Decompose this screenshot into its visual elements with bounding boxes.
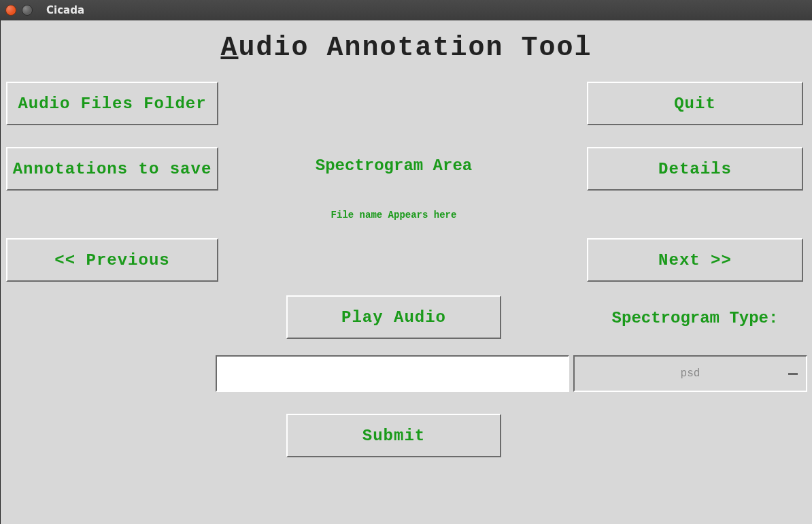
window-titlebar: Cicada (0, 0, 812, 20)
minimize-icon[interactable] (22, 5, 33, 16)
next-button[interactable]: Next >> (587, 238, 803, 282)
spectrogram-type-select[interactable]: psd (573, 355, 807, 392)
window-body: Audio Annotation Tool Audio Files Folder… (0, 20, 812, 524)
page-title: Audio Annotation Tool (1, 20, 812, 67)
window-title: Cicada (46, 4, 84, 16)
annotations-to-save-button[interactable]: Annotations to save (6, 147, 218, 191)
submit-button[interactable]: Submit (286, 414, 501, 457)
audio-files-folder-button[interactable]: Audio Files Folder (6, 82, 218, 125)
spectrogram-type-label: Spectrogram Type: (587, 309, 803, 327)
close-icon[interactable] (5, 5, 16, 16)
quit-button[interactable]: Quit (587, 82, 803, 125)
dropdown-handle-icon (788, 373, 798, 375)
page-title-underlined: A (220, 33, 238, 63)
spectrogram-area-label: Spectrogram Area (218, 157, 569, 175)
page-title-rest: udio Annotation Tool (238, 33, 592, 63)
previous-button[interactable]: << Previous (6, 238, 218, 282)
spectrogram-type-value: psd (681, 367, 700, 380)
annotation-input[interactable] (216, 355, 569, 392)
details-button[interactable]: Details (587, 147, 803, 191)
filename-label: File name Appears here (218, 210, 569, 220)
play-audio-button[interactable]: Play Audio (286, 295, 501, 339)
